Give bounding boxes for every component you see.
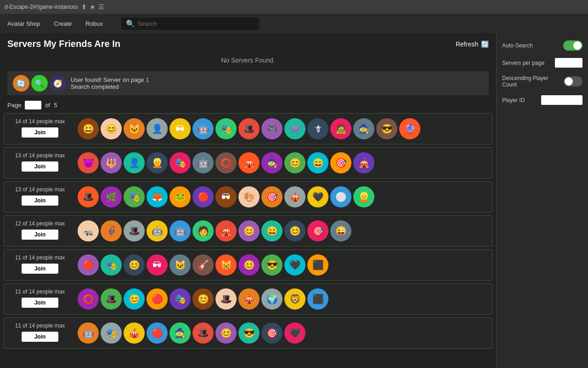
server-info: 11 of 14 people maxJoin	[8, 254, 72, 274]
avatar: 🤖	[192, 152, 214, 173]
avatar: 🕶	[170, 118, 191, 139]
avatar: 🎩	[238, 118, 260, 139]
join-button[interactable]: Join	[22, 127, 59, 138]
avatar: 👤	[147, 118, 168, 139]
avatar: 🎯	[307, 220, 328, 242]
avatar: 🦸	[101, 220, 122, 242]
server-row: 11 of 14 people maxJoin⭕🎩😊🔴🎭😊🎩🎪🌍🦁⬛	[4, 283, 492, 315]
avatar: 🔱	[101, 152, 122, 173]
avatar: 🔴	[78, 254, 99, 276]
avatar: 😊	[238, 220, 260, 242]
page-title: Servers My Friends Are In	[7, 39, 120, 49]
avatar: 🎯	[330, 152, 351, 173]
join-button[interactable]: Join	[22, 264, 59, 274]
avatar: 🎪	[215, 220, 237, 242]
avatar: 🎪	[238, 288, 260, 310]
avatar: 😎	[238, 322, 260, 344]
search-bar[interactable]: 🔍	[121, 17, 259, 30]
server-info: 13 of 14 people maxJoin	[8, 152, 72, 172]
auto-search-toggle[interactable]	[563, 40, 582, 51]
avatar: 🎩	[78, 186, 99, 207]
avatar: 🤖	[147, 220, 168, 242]
avatar: 🧙	[261, 152, 283, 173]
player-id-input[interactable]: 97311066	[541, 95, 582, 105]
avatar: ⭕	[78, 288, 99, 310]
nav-create[interactable]: Create	[54, 20, 72, 27]
server-row: 13 of 14 people maxJoin😈🔱👤👱🎭🤖⭕🎪🧙😊😄🎯🎪	[4, 147, 492, 178]
nav-avatar-shop[interactable]: Avatar Shop	[7, 20, 40, 27]
browser-url: d-Escape-2#!/game-instances	[5, 4, 78, 10]
server-row: 11 of 14 people maxJoin🤖🎭🎪🔴🧙🎩😊😎🎯🖤	[4, 317, 492, 349]
no-servers-text: No Servers Found.	[0, 53, 496, 68]
search-icons: 🔄 🔍 🧭	[13, 75, 66, 92]
descending-toggle[interactable]	[564, 76, 582, 86]
avatar: 🐱	[124, 118, 145, 139]
main-container: Servers My Friends Are In Refresh 🔄 No S…	[0, 33, 588, 368]
avatar: 🕶	[215, 186, 237, 207]
page-total: 5	[54, 102, 57, 109]
server-info: 13 of 14 people maxJoin	[8, 186, 72, 206]
avatar: 😜	[330, 220, 351, 242]
join-button[interactable]: Join	[22, 196, 59, 206]
avatar: 🎭	[170, 288, 191, 310]
descending-label: Descending Player Count	[502, 75, 564, 88]
server-row: 13 of 14 people maxJoin🎩🌿🎭🦊🐸🔴🕶🎨🎯🎪🖤⚪👱	[4, 181, 492, 213]
avatar: 🎭	[170, 152, 191, 173]
player-count: 13 of 14 people max	[15, 186, 65, 193]
join-button[interactable]: Join	[22, 332, 59, 342]
right-panel: Auto-Search Servers per page 10 Descendi…	[496, 33, 588, 368]
refresh-icon-orange: 🔄	[13, 75, 29, 92]
menu-icon[interactable]: ☰	[98, 3, 104, 11]
avatar: 🎭	[101, 254, 122, 276]
bookmark-icon[interactable]: ★	[90, 3, 96, 11]
servers-per-page-input[interactable]: 10	[555, 58, 582, 68]
avatar: 😊	[284, 220, 305, 242]
avatar: 👱	[147, 152, 168, 173]
avatar: 🎪	[353, 152, 374, 173]
avatar: 😀	[78, 118, 99, 139]
refresh-label: Refresh	[456, 40, 478, 48]
avatar: 🎯	[261, 186, 283, 207]
avatar: 👱	[353, 186, 374, 207]
share-icon[interactable]: ⬆	[81, 3, 87, 11]
avatar: 😎	[261, 254, 283, 276]
auto-search-row: Auto-Search	[502, 40, 582, 51]
descending-row: Descending Player Count	[502, 75, 582, 88]
browser-actions: ⬆ ★ ☰	[81, 3, 104, 11]
refresh-button[interactable]: Refresh 🔄	[456, 40, 489, 48]
server-info: 11 of 14 people maxJoin	[8, 322, 72, 342]
avatar: 😄	[261, 220, 283, 242]
avatar: 🎭	[101, 322, 122, 344]
avatar: ⚪	[330, 186, 351, 207]
search-input[interactable]	[138, 20, 254, 27]
avatar: ⭕	[215, 152, 237, 173]
page-label: Page	[7, 102, 21, 109]
avatar: 🎩	[215, 288, 237, 310]
avatar: 😈	[78, 152, 99, 173]
avatar: ⬛	[307, 288, 328, 310]
player-count: 11 of 14 people max	[15, 254, 65, 261]
avatar: 🤖	[170, 220, 191, 242]
join-button[interactable]: Join	[22, 298, 59, 308]
player-count: 11 of 14 people max	[15, 322, 65, 329]
avatar: 😸	[215, 254, 237, 276]
descending-toggle-knob	[565, 77, 573, 86]
page-input[interactable]: 1	[25, 101, 41, 109]
join-button[interactable]: Join	[22, 161, 59, 172]
avatars-grid: 🎩🌿🎭🦊🐸🔴🕶🎨🎯🎪🖤⚪👱	[78, 186, 488, 207]
player-id-row: Player ID 97311066	[502, 95, 582, 105]
avatar: 🎪	[238, 152, 260, 173]
search-result-box: 🔄 🔍 🧭 User found! Server on page 1 Searc…	[7, 71, 489, 95]
avatar: 😊	[215, 322, 237, 344]
server-row: 14 of 14 people maxJoin😀😊🐱👤🕶🤖🎭🎩🎮👾🗡🧟🧙😎🔮	[4, 113, 492, 144]
avatar: 🧙	[170, 322, 191, 344]
avatar: 🌍	[261, 288, 283, 310]
nav-robux[interactable]: Robux	[85, 20, 103, 27]
avatar: 👾	[284, 118, 305, 139]
servers-per-page-row: Servers per page 10	[502, 58, 582, 68]
avatars-grid: 🤖🎭🎪🔴🧙🎩😊😎🎯🖤	[78, 322, 488, 344]
avatar: 🎸	[192, 254, 214, 276]
avatar: ⬛	[307, 254, 328, 276]
server-info: 12 of 14 people maxJoin	[8, 220, 72, 240]
join-button[interactable]: Join	[22, 230, 59, 240]
